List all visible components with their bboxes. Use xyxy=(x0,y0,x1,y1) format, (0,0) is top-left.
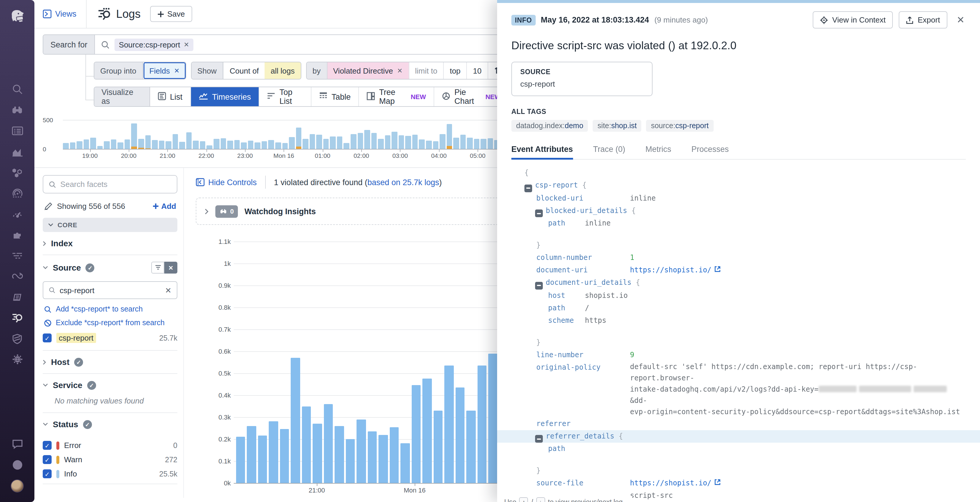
pipelines-icon[interactable] xyxy=(6,245,28,266)
mini-bar[interactable] xyxy=(207,145,212,149)
views-button[interactable]: Views xyxy=(43,10,76,18)
mini-bar[interactable] xyxy=(392,132,398,149)
mini-bar[interactable] xyxy=(412,135,418,149)
violated-directive-chip[interactable]: Violated Directive ✕ xyxy=(327,62,409,79)
chart-bar[interactable] xyxy=(236,437,245,483)
tree-row-document-uri_details[interactable]: document-uri_details { xyxy=(511,277,966,289)
show-measure-control[interactable]: Show Count of all logs xyxy=(191,62,301,80)
mini-bar[interactable] xyxy=(357,132,363,149)
json-key[interactable]: csp-report xyxy=(535,181,578,189)
json-key[interactable]: column-number xyxy=(536,252,630,264)
mini-bar[interactable] xyxy=(323,139,329,149)
chart-bar[interactable] xyxy=(455,387,465,483)
json-key[interactable]: path xyxy=(548,217,585,229)
mini-bar[interactable] xyxy=(385,135,390,149)
mini-bar[interactable] xyxy=(104,141,110,149)
tree-row-host[interactable]: hostshopist.io xyxy=(511,289,966,302)
chart-bar[interactable] xyxy=(302,406,311,483)
mini-bar[interactable] xyxy=(180,142,185,149)
limit-count-value[interactable]: 10 xyxy=(466,62,488,79)
json-key[interactable]: original-policy xyxy=(536,361,630,373)
json-value[interactable]: https://shopist.io/ xyxy=(630,266,711,274)
facet-index[interactable]: Index xyxy=(43,232,177,255)
search-query-chip[interactable]: Source:csp-report ✕ xyxy=(115,38,193,51)
mini-bar[interactable] xyxy=(474,139,480,149)
chat-icon[interactable] xyxy=(6,434,28,454)
tree-row-document-uri[interactable]: document-urihttps://shopist.io/ xyxy=(511,264,966,277)
limit-order-value[interactable]: top xyxy=(443,62,466,79)
collapse-icon[interactable] xyxy=(524,184,532,192)
mini-bar[interactable] xyxy=(446,124,452,149)
facet-status[interactable]: Status ✓ xyxy=(43,413,177,435)
help-icon[interactable]: ? xyxy=(6,454,28,475)
tree-row-blocked-uri[interactable]: blocked-uriinline xyxy=(511,192,966,204)
chart-bar[interactable] xyxy=(335,426,344,483)
mini-bar[interactable] xyxy=(124,139,130,149)
mini-bar[interactable] xyxy=(481,139,487,149)
mini-bar[interactable] xyxy=(296,127,301,149)
chart-bar[interactable] xyxy=(357,419,366,483)
mini-bar[interactable] xyxy=(399,135,404,149)
datadog-logo-icon[interactable] xyxy=(6,6,28,27)
json-key[interactable]: blocked-uri xyxy=(536,192,630,204)
mini-bar[interactable] xyxy=(289,137,294,149)
tab-metrics[interactable]: Metrics xyxy=(646,145,671,159)
infrastructure-icon[interactable] xyxy=(6,162,28,183)
facet-filter-button[interactable] xyxy=(151,262,164,274)
chart-bar[interactable] xyxy=(313,424,322,483)
facet-source[interactable]: Source ✓ ✕ xyxy=(43,255,177,280)
mini-bar[interactable] xyxy=(138,139,144,149)
mini-bar[interactable] xyxy=(275,142,281,149)
viz-option-timeseries[interactable]: Timeseries xyxy=(191,87,259,106)
close-panel-icon[interactable]: ✕ xyxy=(953,14,966,25)
mini-bar[interactable] xyxy=(330,136,336,149)
mini-bar[interactable] xyxy=(309,134,315,149)
count-of-value[interactable]: Count of xyxy=(223,62,264,79)
facet-host[interactable]: Host ✓ xyxy=(43,351,177,373)
viz-option-list[interactable]: List xyxy=(150,87,191,106)
mini-bar[interactable] xyxy=(488,138,493,149)
group-by-fields-chip[interactable]: Fields ✕ xyxy=(143,62,185,79)
based-on-logs-link[interactable]: based on 25.7k logs xyxy=(368,178,439,186)
mini-bar[interactable] xyxy=(131,123,137,149)
mini-bar[interactable] xyxy=(406,136,411,149)
chart-bar[interactable] xyxy=(379,435,388,483)
tag-pill[interactable]: datadog.index:demo xyxy=(511,120,588,132)
facet-clear-filter-button[interactable]: ✕ xyxy=(164,262,177,274)
status-row-info[interactable]: ✓Info25.5k xyxy=(43,469,177,478)
mini-bar[interactable] xyxy=(419,139,425,149)
clear-source-search-icon[interactable]: ✕ xyxy=(165,286,172,295)
facet-group-core[interactable]: CORE xyxy=(43,218,177,232)
mini-bar[interactable] xyxy=(241,142,247,149)
mini-bar[interactable] xyxy=(337,136,343,149)
monitors-icon[interactable] xyxy=(6,204,28,224)
tree-row-scheme[interactable]: schemehttps xyxy=(511,314,966,327)
mini-bar[interactable] xyxy=(269,140,274,149)
json-key[interactable]: source-file xyxy=(536,477,630,489)
mini-bar[interactable] xyxy=(193,140,199,149)
watchdog-icon[interactable] xyxy=(6,100,28,120)
json-key[interactable]: line-number xyxy=(536,349,630,361)
mini-bar[interactable] xyxy=(262,141,267,149)
all-logs-value[interactable]: all logs xyxy=(265,62,301,79)
mini-bar[interactable] xyxy=(302,139,308,149)
tree-row-blocked-uri_details[interactable]: blocked-uri_details { xyxy=(511,204,966,217)
mini-bar[interactable] xyxy=(351,134,356,149)
tag-pill[interactable]: source:csp-report xyxy=(646,120,714,132)
json-key[interactable]: scheme xyxy=(548,314,585,327)
mini-bar[interactable] xyxy=(248,140,254,149)
collapse-icon[interactable] xyxy=(535,209,543,217)
json-value[interactable]: https://shopist.io/ xyxy=(630,479,711,487)
metrics-icon[interactable] xyxy=(6,141,28,162)
source-search-input[interactable] xyxy=(60,286,161,295)
mini-bar[interactable] xyxy=(63,143,68,149)
facet-service[interactable]: Service ✓ xyxy=(43,374,177,396)
remove-by-facet-icon[interactable]: ✕ xyxy=(397,67,402,75)
group-into-control[interactable]: Group into Fields ✕ xyxy=(94,62,186,80)
remove-query-icon[interactable]: ✕ xyxy=(184,41,189,48)
json-key[interactable]: path xyxy=(548,443,585,455)
mini-bar[interactable] xyxy=(165,141,171,149)
mini-bar[interactable] xyxy=(371,133,377,149)
chart-bar[interactable] xyxy=(247,426,256,483)
dashboards-icon[interactable] xyxy=(6,120,28,141)
